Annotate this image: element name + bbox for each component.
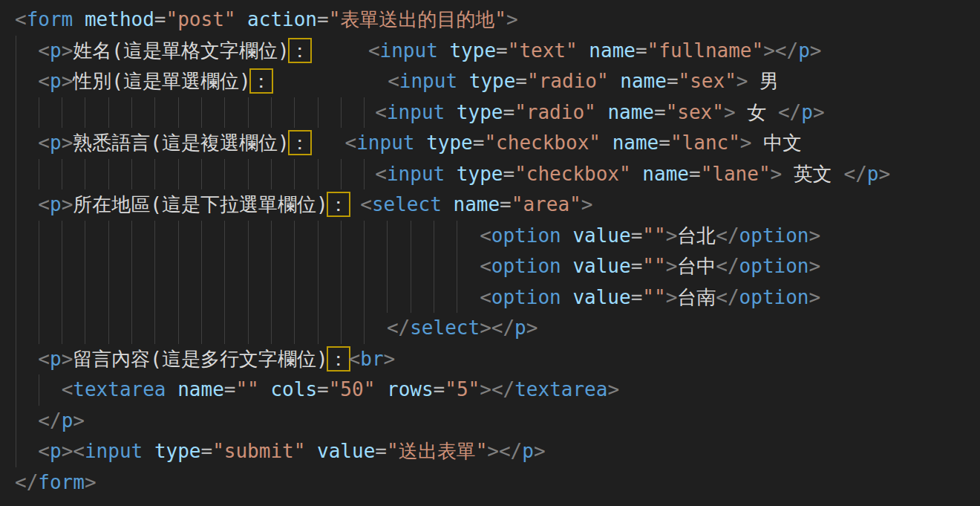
syntax-punctuation: < (38, 39, 50, 62)
syntax-punctuation: > (813, 101, 825, 123)
syntax-punctuation: < (360, 193, 372, 215)
syntax-attribute: method (85, 8, 154, 30)
code-line[interactable]: <option value="">台北</option> (15, 221, 980, 252)
syntax-text (143, 440, 154, 462)
syntax-tag: p (514, 317, 526, 339)
code-line[interactable]: <p>熟悉語言(這是複選欄位)： <input type="checkbox" … (15, 128, 980, 159)
syntax-punctuation: </ (716, 255, 739, 277)
syntax-equals: = (473, 132, 485, 154)
syntax-text: 女 (736, 101, 778, 123)
code-line[interactable]: <p>性別(這是單選欄位)： <input type="radio" name=… (15, 66, 980, 97)
syntax-attribute: name (589, 39, 636, 62)
code-line[interactable]: <option value="">台中</option> (15, 251, 980, 282)
syntax-tag: form (38, 471, 85, 493)
syntax-tag: select (372, 193, 442, 215)
indent-guide (411, 251, 411, 282)
indent-guide (62, 313, 62, 344)
syntax-text (310, 39, 368, 62)
code-line[interactable]: </p> (15, 406, 980, 437)
syntax-string: "area" (512, 193, 581, 215)
code-line[interactable]: <p>留言內容(這是多行文字欄位)：<br> (15, 344, 980, 375)
indent-guide (131, 159, 132, 190)
syntax-punctuation: < (38, 70, 50, 92)
syntax-string: "sex" (679, 70, 736, 92)
syntax-punctuation: > (526, 317, 538, 339)
indent-guide (224, 313, 225, 344)
indent-guide (178, 97, 179, 129)
syntax-text (561, 286, 573, 308)
syntax-text (15, 70, 38, 92)
syntax-string: "" (235, 378, 258, 400)
syntax-punctuation: > (878, 163, 890, 185)
syntax-punctuation: > (809, 286, 821, 308)
indent-guide (364, 251, 365, 282)
syntax-punctuation: > (62, 70, 74, 92)
code-line[interactable]: <textarea name="" cols="50" rows="5"></t… (15, 374, 980, 406)
indent-guide (411, 282, 411, 314)
syntax-text: 男 (748, 70, 779, 92)
syntax-tag: p (50, 39, 62, 62)
indent-guide (294, 221, 295, 252)
code-line[interactable]: <input type="radio" name="sex"> 女 </p> (15, 97, 980, 129)
indent-guide (39, 97, 39, 129)
indent-guide (248, 159, 249, 190)
syntax-attribute: type (426, 132, 473, 154)
code-line[interactable]: </form> (15, 467, 980, 499)
syntax-attribute: type (154, 440, 201, 462)
indent-guide (271, 159, 272, 190)
code-line[interactable]: </select></p> (15, 313, 980, 344)
syntax-tag: option (491, 224, 561, 247)
syntax-punctuation: > (666, 255, 678, 277)
syntax-text: 留言內容(這是多行文字欄位) (73, 348, 327, 370)
indent-guide (154, 313, 155, 344)
syntax-text: 熟悉語言(這是複選欄位) (73, 132, 289, 154)
syntax-punctuation: > (73, 409, 85, 432)
syntax-text (457, 70, 469, 92)
code-line[interactable]: <p>姓名(這是單格文字欄位)： <input type="text" name… (15, 36, 980, 67)
syntax-text (561, 224, 573, 247)
indent-guide (178, 282, 179, 314)
syntax-punctuation: < (38, 132, 50, 154)
syntax-string: "lane" (701, 163, 771, 185)
syntax-equals: = (631, 255, 643, 277)
syntax-punctuation: > (607, 378, 619, 400)
syntax-text (596, 101, 608, 123)
syntax-tag: textarea (514, 378, 607, 400)
code-line[interactable]: <option value="">台南</option> (15, 282, 980, 314)
syntax-attribute: name (607, 101, 654, 123)
syntax-punctuation: ></ (487, 440, 522, 462)
syntax-punctuation: < (368, 39, 380, 62)
indent-guide (294, 282, 295, 314)
syntax-string: "submit" (212, 440, 305, 462)
syntax-equals: = (375, 440, 387, 462)
syntax-string: "" (642, 255, 665, 277)
code-line[interactable]: <input type="checkbox" name="lane"> 英文 <… (15, 159, 980, 190)
syntax-string: "" (642, 224, 665, 247)
syntax-attribute: name (620, 70, 667, 92)
indent-guide (108, 313, 109, 344)
indent-guide (248, 251, 249, 282)
syntax-punctuation: < (480, 255, 491, 277)
code-line[interactable]: <form method="post" action="表單送出的目的地"> (15, 4, 980, 36)
syntax-text (445, 163, 457, 185)
indent-guide (364, 159, 365, 190)
indent-guide (131, 282, 132, 314)
syntax-equals: = (636, 39, 647, 62)
indent-guide (85, 159, 85, 190)
indent-guide (201, 221, 202, 252)
indent-guide (108, 221, 109, 252)
syntax-text (15, 101, 375, 123)
indent-guide (16, 159, 16, 190)
code-line[interactable]: <p>所在地區(這是下拉選單欄位)： <select name="area"> (15, 189, 980, 221)
indent-guide (318, 221, 318, 252)
syntax-punctuation: > (62, 348, 74, 370)
indent-guide (154, 282, 155, 314)
code-editor-content[interactable]: <form method="post" action="表單送出的目的地"> <… (0, 0, 980, 506)
syntax-punctuation: ></ (763, 39, 798, 62)
indent-guide (248, 97, 249, 129)
code-line[interactable]: <p><input type="submit" value="送出表單"></p… (15, 436, 980, 467)
syntax-punctuation: ></ (480, 317, 514, 339)
syntax-string: "text" (508, 39, 578, 62)
syntax-equals: = (503, 101, 514, 123)
syntax-punctuation: < (480, 224, 491, 247)
